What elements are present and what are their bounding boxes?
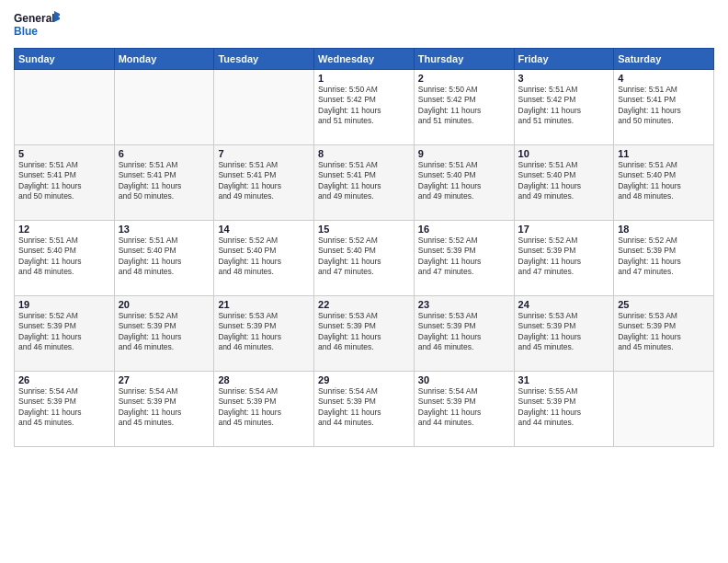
day-number: 24 — [518, 299, 610, 310]
day-number: 29 — [318, 374, 410, 385]
day-info: Sunrise: 5:51 AMSunset: 5:41 PMDaylight:… — [618, 85, 710, 127]
day-info: Sunrise: 5:53 AMSunset: 5:39 PMDaylight:… — [218, 311, 310, 353]
calendar-cell: 1Sunrise: 5:50 AMSunset: 5:42 PMDaylight… — [314, 70, 415, 145]
day-info: Sunrise: 5:53 AMSunset: 5:39 PMDaylight:… — [518, 311, 610, 353]
day-number: 8 — [318, 148, 410, 159]
day-info: Sunrise: 5:51 AMSunset: 5:41 PMDaylight:… — [18, 160, 110, 202]
day-info: Sunrise: 5:51 AMSunset: 5:40 PMDaylight:… — [18, 236, 110, 278]
calendar-cell: 19Sunrise: 5:52 AMSunset: 5:39 PMDayligh… — [15, 296, 115, 372]
day-info: Sunrise: 5:54 AMSunset: 5:39 PMDaylight:… — [418, 386, 510, 429]
day-number: 6 — [119, 148, 210, 159]
calendar-cell: 8Sunrise: 5:51 AMSunset: 5:41 PMDaylight… — [314, 145, 415, 221]
day-number: 10 — [518, 148, 610, 159]
calendar-cell: 17Sunrise: 5:52 AMSunset: 5:39 PMDayligh… — [514, 221, 614, 296]
day-info: Sunrise: 5:52 AMSunset: 5:40 PMDaylight:… — [318, 236, 410, 278]
week-row-3: 12Sunrise: 5:51 AMSunset: 5:40 PMDayligh… — [15, 221, 714, 296]
logo-svg: General Blue — [14, 9, 60, 42]
day-info: Sunrise: 5:52 AMSunset: 5:39 PMDaylight:… — [618, 236, 710, 278]
week-row-1: 1Sunrise: 5:50 AMSunset: 5:42 PMDaylight… — [15, 70, 714, 145]
day-number: 5 — [18, 148, 110, 159]
day-number: 13 — [119, 224, 210, 235]
day-info: Sunrise: 5:50 AMSunset: 5:42 PMDaylight:… — [418, 85, 510, 127]
calendar-cell: 13Sunrise: 5:51 AMSunset: 5:40 PMDayligh… — [114, 221, 214, 296]
day-info: Sunrise: 5:51 AMSunset: 5:41 PMDaylight:… — [318, 160, 410, 202]
calendar-cell — [214, 70, 314, 145]
day-number: 18 — [618, 224, 710, 235]
calendar-cell — [15, 70, 115, 145]
day-info: Sunrise: 5:53 AMSunset: 5:39 PMDaylight:… — [318, 311, 410, 353]
weekday-header-row: SundayMondayTuesdayWednesdayThursdayFrid… — [15, 49, 714, 70]
calendar-cell: 15Sunrise: 5:52 AMSunset: 5:40 PMDayligh… — [314, 221, 415, 296]
day-info: Sunrise: 5:51 AMSunset: 5:41 PMDaylight:… — [218, 160, 310, 202]
logo: General Blue — [14, 9, 60, 42]
calendar-cell — [614, 372, 714, 447]
day-number: 23 — [418, 299, 510, 310]
day-number: 7 — [218, 148, 310, 159]
day-number: 20 — [119, 299, 210, 310]
calendar-cell: 6Sunrise: 5:51 AMSunset: 5:41 PMDaylight… — [114, 145, 214, 221]
day-info: Sunrise: 5:51 AMSunset: 5:40 PMDaylight:… — [418, 160, 510, 202]
day-number: 4 — [618, 73, 710, 84]
calendar-table: SundayMondayTuesdayWednesdayThursdayFrid… — [14, 48, 714, 447]
day-info: Sunrise: 5:52 AMSunset: 5:39 PMDaylight:… — [418, 236, 510, 278]
day-number: 30 — [418, 374, 510, 385]
day-number: 15 — [318, 224, 410, 235]
weekday-sunday: Sunday — [15, 49, 115, 70]
day-number: 12 — [18, 224, 110, 235]
calendar-cell: 18Sunrise: 5:52 AMSunset: 5:39 PMDayligh… — [614, 221, 714, 296]
page-container: General Blue SundayMondayTuesdayWednesda… — [0, 0, 728, 452]
day-info: Sunrise: 5:53 AMSunset: 5:39 PMDaylight:… — [418, 311, 510, 353]
weekday-tuesday: Tuesday — [214, 49, 314, 70]
day-info: Sunrise: 5:53 AMSunset: 5:39 PMDaylight:… — [618, 311, 710, 353]
calendar-cell: 30Sunrise: 5:54 AMSunset: 5:39 PMDayligh… — [414, 372, 514, 447]
day-number: 26 — [18, 374, 110, 385]
day-number: 17 — [518, 224, 610, 235]
day-info: Sunrise: 5:51 AMSunset: 5:40 PMDaylight:… — [618, 160, 710, 202]
weekday-saturday: Saturday — [614, 49, 714, 70]
calendar-cell: 29Sunrise: 5:54 AMSunset: 5:39 PMDayligh… — [314, 372, 415, 447]
day-number: 31 — [518, 374, 610, 385]
calendar-body: 1Sunrise: 5:50 AMSunset: 5:42 PMDaylight… — [15, 70, 714, 447]
day-info: Sunrise: 5:51 AMSunset: 5:40 PMDaylight:… — [119, 236, 210, 278]
day-number: 28 — [218, 374, 310, 385]
day-number: 3 — [518, 73, 610, 84]
calendar-cell: 26Sunrise: 5:54 AMSunset: 5:39 PMDayligh… — [15, 372, 115, 447]
day-info: Sunrise: 5:51 AMSunset: 5:41 PMDaylight:… — [119, 160, 210, 202]
day-number: 25 — [618, 299, 710, 310]
calendar-cell: 9Sunrise: 5:51 AMSunset: 5:40 PMDaylight… — [414, 145, 514, 221]
calendar-cell: 20Sunrise: 5:52 AMSunset: 5:39 PMDayligh… — [114, 296, 214, 372]
day-number: 22 — [318, 299, 410, 310]
svg-text:General: General — [14, 12, 55, 25]
calendar-cell: 28Sunrise: 5:54 AMSunset: 5:39 PMDayligh… — [214, 372, 314, 447]
calendar-cell — [114, 70, 214, 145]
day-number: 1 — [318, 73, 410, 84]
day-number: 27 — [119, 374, 210, 385]
calendar-cell: 10Sunrise: 5:51 AMSunset: 5:40 PMDayligh… — [514, 145, 614, 221]
day-info: Sunrise: 5:55 AMSunset: 5:39 PMDaylight:… — [518, 386, 610, 429]
day-info: Sunrise: 5:54 AMSunset: 5:39 PMDaylight:… — [218, 386, 310, 429]
day-info: Sunrise: 5:52 AMSunset: 5:39 PMDaylight:… — [18, 311, 110, 353]
weekday-friday: Friday — [514, 49, 614, 70]
calendar-cell: 31Sunrise: 5:55 AMSunset: 5:39 PMDayligh… — [514, 372, 614, 447]
day-number: 19 — [18, 299, 110, 310]
calendar-cell: 5Sunrise: 5:51 AMSunset: 5:41 PMDaylight… — [15, 145, 115, 221]
calendar-cell: 27Sunrise: 5:54 AMSunset: 5:39 PMDayligh… — [114, 372, 214, 447]
week-row-4: 19Sunrise: 5:52 AMSunset: 5:39 PMDayligh… — [15, 296, 714, 372]
day-info: Sunrise: 5:52 AMSunset: 5:39 PMDaylight:… — [518, 236, 610, 278]
day-number: 11 — [618, 148, 710, 159]
day-number: 14 — [218, 224, 310, 235]
weekday-wednesday: Wednesday — [314, 49, 415, 70]
day-info: Sunrise: 5:51 AMSunset: 5:42 PMDaylight:… — [518, 85, 610, 127]
day-info: Sunrise: 5:52 AMSunset: 5:40 PMDaylight:… — [218, 236, 310, 278]
day-number: 9 — [418, 148, 510, 159]
week-row-5: 26Sunrise: 5:54 AMSunset: 5:39 PMDayligh… — [15, 372, 714, 447]
calendar-cell: 22Sunrise: 5:53 AMSunset: 5:39 PMDayligh… — [314, 296, 415, 372]
calendar-cell: 2Sunrise: 5:50 AMSunset: 5:42 PMDaylight… — [414, 70, 514, 145]
calendar-cell: 4Sunrise: 5:51 AMSunset: 5:41 PMDaylight… — [614, 70, 714, 145]
calendar-cell: 14Sunrise: 5:52 AMSunset: 5:40 PMDayligh… — [214, 221, 314, 296]
calendar-cell: 25Sunrise: 5:53 AMSunset: 5:39 PMDayligh… — [614, 296, 714, 372]
weekday-monday: Monday — [114, 49, 214, 70]
day-info: Sunrise: 5:54 AMSunset: 5:39 PMDaylight:… — [18, 386, 110, 429]
day-info: Sunrise: 5:51 AMSunset: 5:40 PMDaylight:… — [518, 160, 610, 202]
calendar-cell: 7Sunrise: 5:51 AMSunset: 5:41 PMDaylight… — [214, 145, 314, 221]
